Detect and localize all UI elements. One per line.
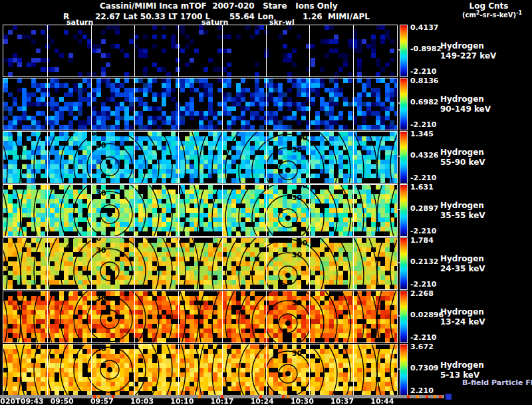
energy-range-label: 13-24 keV — [440, 318, 485, 327]
colorbar-min-label: -2.210 — [410, 68, 436, 76]
allsky-spectrogram-canvas — [3, 344, 398, 396]
allsky-spectrogram-canvas — [3, 131, 398, 184]
colorbar — [400, 344, 408, 396]
colorbar-mid-label: 0.7309 — [410, 364, 438, 372]
species-label: Hydrogen — [440, 42, 484, 51]
colorbar — [400, 78, 408, 130]
units-part: (cm — [462, 11, 476, 19]
colorbar-max-label: 1.784 — [410, 237, 434, 245]
units-sup-minus1: -1 — [516, 10, 522, 16]
colorbar-max-label: 3.672 — [410, 343, 434, 351]
species-label: Hydrogen — [440, 202, 484, 210]
units-part: -sr-s-keV) — [479, 11, 516, 19]
bfield-end-marker — [446, 394, 452, 400]
colorbar-gradient — [400, 78, 407, 130]
spectrogram-panel-row: 0.8136 0.6982 -2.210 Hydrogen 90-149 keV — [0, 78, 532, 131]
colorbar — [400, 25, 408, 77]
energy-range-label: 35-55 keV — [440, 211, 485, 220]
colorbar-mid-tick — [397, 102, 400, 104]
colorbar-max-label: 0.4137 — [410, 24, 438, 32]
time-tick-label: 10:24 — [251, 397, 274, 405]
bfield-mark — [282, 395, 285, 398]
allsky-spectrogram-canvas — [3, 25, 398, 77]
ephemeris-longitude: 55.64 Lon — [229, 13, 274, 21]
colorbar-max-label: 1.345 — [410, 130, 434, 138]
spectrogram-panel-row: 0.4137 -0.8982 -2.210 Hydrogen 149-227 k… — [0, 25, 532, 78]
bfield-mark — [439, 395, 442, 398]
colorbar-gradient — [400, 291, 407, 342]
colorbar — [400, 131, 408, 184]
colorbar — [400, 237, 408, 290]
colorbar-max-label: 1.631 — [410, 184, 434, 192]
time-tick-label: 09:50 — [51, 397, 74, 405]
colorbar-mid-label: 0.6982 — [410, 98, 438, 106]
spectrogram-panel-row: 3.672 0.7309 2.210 Hydrogen 5-13 keV B-f… — [0, 344, 532, 397]
bfield-mark — [416, 395, 419, 398]
colorbar-max-label: 2.268 — [410, 290, 434, 298]
colorbar-mid-label: 0.2132 — [410, 258, 438, 266]
colorbar-mid-tick — [397, 156, 400, 157]
colorbar-gradient — [400, 185, 407, 236]
energy-range-label: 90-149 keV — [440, 105, 491, 114]
species-label: Hydrogen — [440, 308, 484, 317]
colorbar-min-label: -2.210 — [410, 227, 436, 235]
time-tick-label: 10:44 — [370, 397, 394, 405]
bfield-flow-label: B-field Particle Flow — [462, 379, 532, 387]
time-tick-label: 020T09:43 — [0, 397, 43, 405]
colorbar-mid-tick — [397, 315, 400, 317]
colorbar-mid-tick — [397, 209, 400, 210]
bfield-mark — [434, 395, 436, 398]
colorbar — [400, 184, 408, 237]
species-label: Hydrogen — [440, 361, 484, 370]
bfield-mark — [426, 395, 428, 398]
colorbar-min-label: -2.210 — [410, 174, 436, 182]
time-tick-label: 10:10 — [170, 397, 194, 405]
spectrogram-panel-row: 2.268 0.02896 -2.210 Hydrogen 13-24 keV — [0, 291, 532, 344]
allsky-spectrogram-canvas — [3, 237, 398, 290]
colorbar-units-title: Log Cnts — [469, 2, 509, 11]
colorbar-mid-tick — [397, 262, 400, 263]
time-tick-label: 10:17 — [210, 397, 233, 405]
bfield-mark — [198, 395, 201, 398]
energy-range-label: 55-90 keV — [440, 158, 485, 167]
time-tick-label: 09:57 — [90, 397, 114, 405]
colorbar-gradient — [400, 238, 407, 289]
species-label: Hydrogen — [440, 95, 484, 104]
species-label: Hydrogen — [440, 255, 484, 263]
colorbar-gradient — [400, 344, 407, 396]
energy-range-label: 24-35 keV — [440, 265, 485, 273]
mimi-inca-display: Cassini/MIMI Inca mTOF 2007-020 Stare Io… — [0, 0, 532, 405]
colorbar-gradient — [400, 132, 407, 183]
colorbar-mid-label: 0.2897 — [410, 205, 438, 213]
colorbar-gradient — [400, 25, 407, 76]
colorbar-min-label: -2.210 — [410, 281, 436, 289]
bfield-mark — [287, 395, 289, 398]
allsky-spectrogram-canvas — [3, 291, 398, 343]
colorbar-mid-label: -0.8982 — [410, 45, 442, 53]
time-tick-label: 10:03 — [130, 397, 154, 405]
time-tick-label: 10:37 — [331, 397, 354, 405]
colorbar-max-label: 0.8136 — [410, 77, 438, 85]
page-title: Cassini/MIMI Inca mTOF 2007-020 Stare Io… — [100, 2, 337, 11]
spectrogram-panel-row: 1.784 0.2132 -2.210 Hydrogen 24-35 keV — [0, 237, 532, 291]
colorbar-min-label: -2.210 — [410, 121, 436, 129]
bfield-mark — [407, 395, 410, 398]
energy-range-label: 149-227 keV — [440, 52, 496, 61]
allsky-spectrogram-canvas — [3, 184, 398, 237]
colorbar-mid-tick — [397, 368, 400, 370]
colorbar-mid-label: 0.02896 — [410, 311, 444, 319]
species-label: Hydrogen — [440, 148, 484, 157]
spectrogram-panel-row: 1.631 0.2897 -2.210 Hydrogen 35-55 keV — [0, 184, 532, 237]
colorbar-min-label: 2.210 — [410, 387, 434, 395]
colorbar-units: (cm2-sr-s-keV)-1 — [462, 11, 522, 19]
colorbar-mid-tick — [397, 49, 400, 51]
colorbar-min-label: -2.210 — [410, 334, 436, 342]
spectrogram-panel-row: 1.345 0.4326 -2.210 Hydrogen 55-90 keV — [0, 131, 532, 184]
ephemeris-values: 22.67 Lat 50.33 LT 1700 L — [95, 13, 210, 21]
time-tick-label: 10:30 — [291, 397, 314, 405]
colorbar-mid-label: 0.4326 — [410, 152, 438, 160]
ephemeris-l-mimi-apl: 1.26 MIMI/APL — [303, 13, 370, 21]
allsky-spectrogram-canvas — [3, 78, 398, 130]
colorbar — [400, 291, 408, 343]
